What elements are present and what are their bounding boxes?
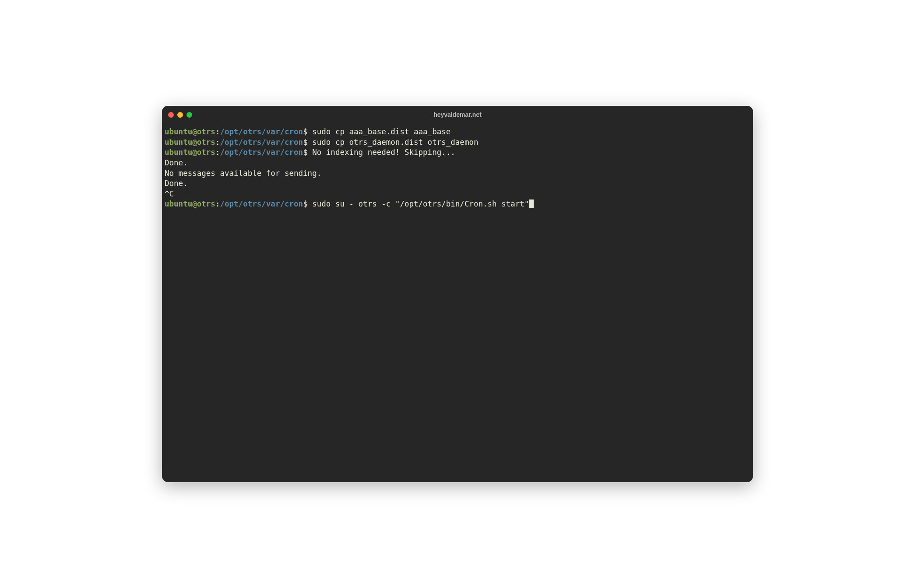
prompt-at: @ — [192, 138, 197, 147]
maximize-button[interactable] — [187, 112, 192, 118]
window-title: heyvaldemar.net — [433, 111, 482, 118]
output-line: No messages available for sending. — [165, 168, 750, 179]
window-controls — [168, 112, 192, 118]
output-line: Done. — [165, 158, 750, 168]
prompt-user: ubuntu — [165, 200, 192, 208]
prompt-path: /opt/otrs/var/cron — [220, 200, 303, 208]
minimize-button[interactable] — [177, 112, 183, 118]
command-text: sudo cp aaa_base.dist aaa_base — [312, 127, 450, 136]
prompt-user: ubuntu — [165, 148, 192, 157]
prompt-colon: : — [215, 138, 220, 147]
prompt-symbol: $ — [303, 127, 312, 136]
output-text: No indexing needed! Skipping... — [312, 148, 455, 157]
prompt-symbol: $ — [303, 148, 312, 157]
terminal-line: ubuntu@otrs:/opt/otrs/var/cron$ No index… — [165, 147, 750, 158]
close-button[interactable] — [168, 112, 174, 118]
prompt-path: /opt/otrs/var/cron — [220, 138, 303, 147]
command-text: sudo cp otrs_daemon.dist otrs_daemon — [312, 138, 478, 147]
prompt-user: ubuntu — [165, 127, 192, 136]
output-line: ^C — [165, 189, 750, 200]
prompt-colon: : — [215, 148, 220, 157]
prompt-path: /opt/otrs/var/cron — [220, 148, 303, 157]
prompt-user: ubuntu — [165, 138, 192, 147]
command-text: sudo su - otrs -c "/opt/otrs/bin/Cron.sh… — [312, 200, 529, 208]
terminal-line: ubuntu@otrs:/opt/otrs/var/cron$ sudo cp … — [165, 137, 750, 148]
prompt-host: otrs — [197, 148, 215, 157]
prompt-symbol: $ — [303, 138, 312, 147]
terminal-line: ubuntu@otrs:/opt/otrs/var/cron$ sudo cp … — [165, 127, 750, 137]
prompt-host: otrs — [197, 138, 215, 147]
terminal-body[interactable]: ubuntu@otrs:/opt/otrs/var/cron$ sudo cp … — [162, 123, 753, 482]
prompt-host: otrs — [197, 127, 215, 136]
prompt-path: /opt/otrs/var/cron — [220, 127, 303, 136]
prompt-at: @ — [192, 127, 197, 136]
prompt-colon: : — [215, 200, 220, 208]
cursor — [529, 200, 534, 208]
terminal-window: heyvaldemar.net ubuntu@otrs:/opt/otrs/va… — [162, 106, 753, 482]
output-line: Done. — [165, 178, 750, 189]
prompt-colon: : — [215, 127, 220, 136]
prompt-host: otrs — [197, 200, 215, 208]
title-bar: heyvaldemar.net — [162, 106, 753, 123]
prompt-symbol: $ — [303, 200, 312, 208]
prompt-at: @ — [192, 148, 197, 157]
prompt-at: @ — [192, 200, 197, 208]
terminal-line: ubuntu@otrs:/opt/otrs/var/cron$ sudo su … — [165, 199, 750, 210]
